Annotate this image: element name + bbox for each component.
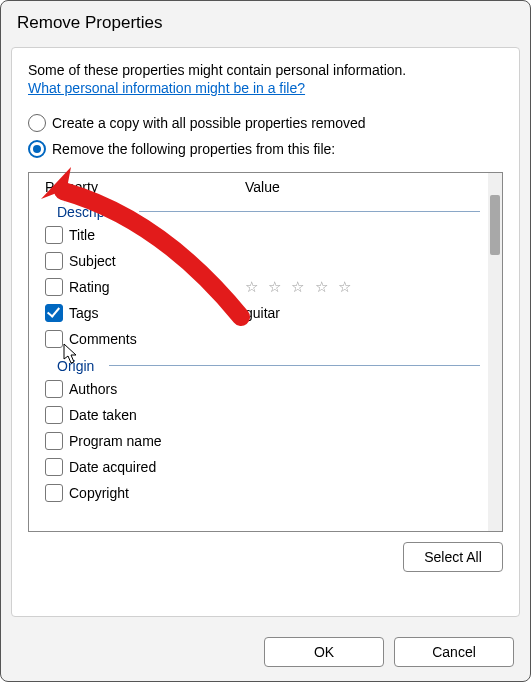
property-row-comments[interactable]: Comments: [29, 326, 488, 352]
property-value: guitar: [245, 305, 488, 321]
checkbox[interactable]: [45, 432, 63, 450]
list-header[interactable]: Property Value: [29, 177, 488, 198]
property-label: Rating: [69, 279, 245, 295]
select-all-button[interactable]: Select All: [403, 542, 503, 572]
column-property: Property: [45, 179, 245, 195]
radio-create-copy[interactable]: Create a copy with all possible properti…: [28, 114, 503, 132]
scrollbar-thumb[interactable]: [490, 195, 500, 255]
checkbox[interactable]: [45, 278, 63, 296]
property-row-subject[interactable]: Subject: [29, 248, 488, 274]
dialog-title: Remove Properties: [1, 1, 530, 39]
list-content: Property Value Description Title Subject: [29, 173, 488, 531]
property-row-title[interactable]: Title: [29, 222, 488, 248]
scrollbar[interactable]: [488, 173, 502, 531]
property-label: Date acquired: [69, 459, 245, 475]
below-list-row: Select All: [28, 542, 503, 572]
property-label: Copyright: [69, 485, 245, 501]
intro-text: Some of these properties might contain p…: [28, 62, 503, 78]
group-description: Description: [29, 198, 488, 222]
property-row-copyright[interactable]: Copyright: [29, 480, 488, 506]
property-label: Subject: [69, 253, 245, 269]
group-origin: Origin: [29, 352, 488, 376]
checkbox[interactable]: [45, 330, 63, 348]
property-label: Authors: [69, 381, 245, 397]
property-row-authors[interactable]: Authors: [29, 376, 488, 402]
property-label: Tags: [69, 305, 245, 321]
radio-icon: [28, 114, 46, 132]
radio-icon: [28, 140, 46, 158]
property-row-program-name[interactable]: Program name: [29, 428, 488, 454]
info-link[interactable]: What personal information might be in a …: [28, 80, 503, 96]
property-row-tags[interactable]: Tags guitar: [29, 300, 488, 326]
remove-properties-dialog: Remove Properties Some of these properti…: [0, 0, 531, 682]
dialog-body: Some of these properties might contain p…: [11, 47, 520, 617]
property-row-date-acquired[interactable]: Date acquired: [29, 454, 488, 480]
checkbox[interactable]: [45, 304, 63, 322]
properties-listbox: Property Value Description Title Subject: [28, 172, 503, 532]
property-row-rating[interactable]: Rating ☆ ☆ ☆ ☆ ☆: [29, 274, 488, 300]
cancel-button[interactable]: Cancel: [394, 637, 514, 667]
property-row-date-taken[interactable]: Date taken: [29, 402, 488, 428]
property-label: Comments: [69, 331, 245, 347]
column-value: Value: [245, 179, 488, 195]
property-label: Date taken: [69, 407, 245, 423]
radio-label: Create a copy with all possible properti…: [52, 115, 366, 131]
checkbox[interactable]: [45, 484, 63, 502]
checkbox[interactable]: [45, 226, 63, 244]
checkbox[interactable]: [45, 458, 63, 476]
radio-remove-following[interactable]: Remove the following properties from thi…: [28, 140, 503, 158]
checkbox[interactable]: [45, 406, 63, 424]
radio-label: Remove the following properties from thi…: [52, 141, 335, 157]
dialog-footer: OK Cancel: [1, 627, 530, 681]
checkbox[interactable]: [45, 252, 63, 270]
checkbox[interactable]: [45, 380, 63, 398]
property-label: Title: [69, 227, 245, 243]
rating-stars: ☆ ☆ ☆ ☆ ☆: [245, 278, 488, 296]
ok-button[interactable]: OK: [264, 637, 384, 667]
property-label: Program name: [69, 433, 245, 449]
